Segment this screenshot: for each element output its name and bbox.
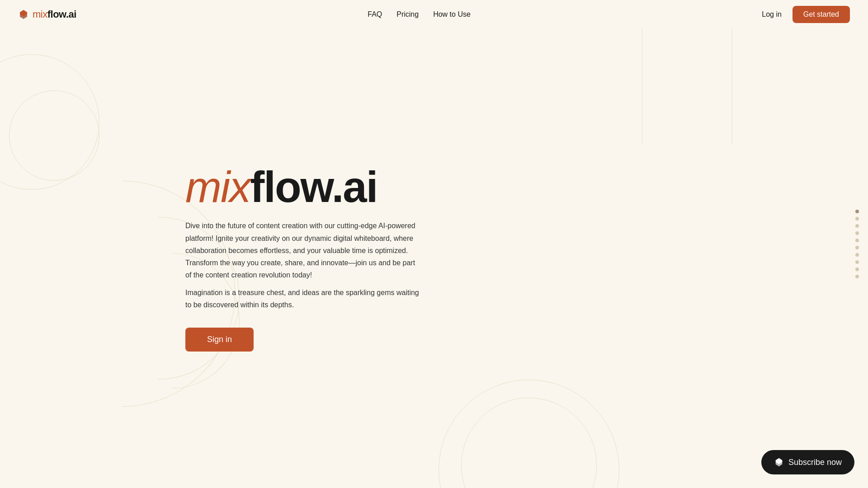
subscribe-icon	[774, 457, 784, 467]
nav-right: Log in Get started	[762, 6, 850, 23]
side-dot-7[interactable]	[855, 260, 859, 264]
side-dot-9[interactable]	[855, 275, 859, 278]
logo-text: mixflow.ai	[33, 9, 76, 20]
hero-title: mixflow.ai	[185, 165, 420, 209]
side-dots	[855, 210, 859, 278]
side-dot-4[interactable]	[855, 239, 859, 242]
side-dot-5[interactable]	[855, 246, 859, 249]
get-started-button[interactable]: Get started	[793, 6, 850, 23]
subscribe-button[interactable]: Subscribe now	[761, 450, 854, 474]
logo-icon	[18, 9, 29, 20]
nav-faq[interactable]: FAQ	[368, 10, 382, 18]
logo[interactable]: mixflow.ai	[18, 9, 76, 20]
nav-pricing[interactable]: Pricing	[396, 10, 419, 18]
nav-links: FAQ Pricing How to Use	[368, 10, 471, 19]
hero-section: mixflow.ai Dive into the future of conte…	[185, 165, 420, 351]
side-dot-1[interactable]	[855, 217, 859, 221]
hero-description: Dive into the future of content creation…	[185, 220, 420, 281]
side-dot-3[interactable]	[855, 231, 859, 235]
side-dot-0[interactable]	[855, 210, 859, 213]
sign-in-button[interactable]: Sign in	[185, 328, 254, 352]
main-content: mixflow.ai Dive into the future of conte…	[0, 29, 868, 488]
side-dot-8[interactable]	[855, 267, 859, 271]
navbar: mixflow.ai FAQ Pricing How to Use Log in…	[0, 0, 868, 29]
nav-how-to-use[interactable]: How to Use	[433, 10, 471, 18]
login-link[interactable]: Log in	[762, 10, 782, 19]
subscribe-label: Subscribe now	[788, 458, 842, 467]
side-dot-6[interactable]	[855, 253, 859, 257]
side-dot-2[interactable]	[855, 224, 859, 228]
hero-tagline: Imagination is a treasure chest, and ide…	[185, 286, 420, 311]
